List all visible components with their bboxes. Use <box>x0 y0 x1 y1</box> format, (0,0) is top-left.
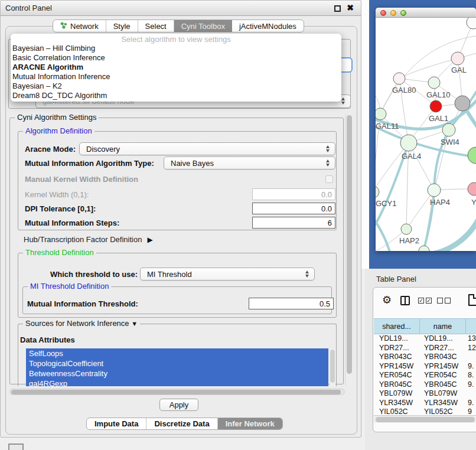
table-row[interactable]: YDR27...YDR27...12 <box>374 344 476 353</box>
columns-icon[interactable] <box>400 296 410 305</box>
node-gal1[interactable] <box>430 100 442 112</box>
control-panel-titlebar[interactable]: Control Panel ✖ <box>1 1 361 16</box>
select-all-columns-icon[interactable]: ✓ ✓ <box>418 298 432 304</box>
table-toolbar: ⚙ ✓ ✓ <box>373 288 476 317</box>
table-row[interactable]: YLR345WYLR345W9. <box>374 399 476 408</box>
node-label: GAL10 <box>426 90 450 99</box>
node-label: HAP2 <box>399 236 419 245</box>
tab-style[interactable]: Style <box>106 20 138 32</box>
sources-expander[interactable]: Sources for Network Inference ▼ <box>23 319 140 328</box>
node-gal80[interactable] <box>393 73 405 84</box>
bottom-tabbar: Impute Data Discretize Data Infer Networ… <box>86 418 283 430</box>
tab-infer-network[interactable]: Infer Network <box>218 418 282 429</box>
list-item[interactable]: SelfLoops <box>26 348 328 358</box>
which-threshold-combobox[interactable]: MI Threshold <box>140 268 315 281</box>
tab-select[interactable]: Select <box>138 20 174 32</box>
table-panel-title: Table Panel <box>376 275 416 283</box>
minimize-traffic-light-icon[interactable] <box>390 10 396 16</box>
network-window-titlebar[interactable] <box>376 8 476 18</box>
screen: Control Panel ✖ Network Style <box>0 0 476 450</box>
mi-type-value: Naive Bayes <box>171 159 214 168</box>
tab-discretize-data[interactable]: Discretize Data <box>146 418 217 429</box>
gear-icon[interactable]: ⚙ <box>382 294 392 306</box>
dpi-tolerance-field[interactable]: 0.0 <box>252 203 335 214</box>
node-label: GCY1 <box>376 199 396 208</box>
network-graph-icon <box>60 22 67 31</box>
table-horizontal-scrollbar[interactable] <box>374 415 476 423</box>
float-window-icon[interactable] <box>334 5 341 12</box>
mi-steps-label: Mutual Information Steps: <box>25 219 119 227</box>
table-body: YDL19...YDL19...13 YDR27...YDR27...12 YB… <box>374 334 476 415</box>
panel-gap <box>361 0 369 269</box>
minimized-panel-icon[interactable] <box>8 444 24 450</box>
zoom-traffic-light-icon[interactable] <box>400 10 406 16</box>
node-y[interactable] <box>468 182 476 195</box>
close-icon[interactable]: ✖ <box>347 3 354 12</box>
column-header[interactable]: name <box>420 318 466 334</box>
table-row[interactable]: YDL19...YDL19...13 <box>374 334 476 344</box>
node-gcy1[interactable] <box>376 186 379 198</box>
settings-horizontal-scrollbar[interactable] <box>9 389 345 395</box>
dropdown-item[interactable]: Bayesian – Hill Climbing <box>12 44 95 53</box>
node-gal11[interactable] <box>376 108 386 120</box>
node-label: GAL <box>451 66 467 74</box>
dropdown-item[interactable]: Mutual Information Inference <box>12 72 110 81</box>
mi-threshold-field[interactable]: 0.5 <box>249 298 334 309</box>
group-title: Threshold Definition <box>23 248 96 257</box>
dropdown-item-selected[interactable]: ARACNE Algorithm <box>12 63 83 71</box>
apply-button[interactable]: Apply <box>159 399 198 411</box>
combo-stepper-icon <box>326 159 330 167</box>
dropdown-item[interactable]: Bayesian – K2 <box>12 81 62 90</box>
close-traffic-light-icon[interactable] <box>380 10 386 16</box>
node-gal10[interactable] <box>428 77 440 89</box>
node-gray[interactable] <box>455 96 470 111</box>
mi-type-combobox[interactable]: Naive Bayes <box>164 156 335 169</box>
hub-definition-label: Hub/Transcription Factor Definition <box>24 235 142 244</box>
list-item[interactable]: TopologicalCoefficient <box>26 358 328 369</box>
new-table-icon[interactable] <box>468 294 476 306</box>
tab-network[interactable]: Network <box>53 20 106 32</box>
dropdown-item[interactable]: Dream8 DC_TDC Algorithm <box>12 91 107 100</box>
deselect-all-columns-icon[interactable] <box>437 298 451 304</box>
table-row[interactable]: YPR145WYPR145W9. <box>374 362 476 371</box>
mi-steps-field[interactable]: 6 <box>252 217 335 229</box>
manual-kernel-checkbox[interactable] <box>325 175 333 183</box>
column-header[interactable] <box>466 318 476 334</box>
panel-title: Control Panel <box>5 4 52 12</box>
chevron-down-icon: ▼ <box>131 320 138 327</box>
node-label: SWI4 <box>441 138 459 146</box>
node-label: GAL4 <box>402 152 421 161</box>
table-row[interactable]: YER054CYER054C8. <box>374 371 476 380</box>
node-hap2[interactable] <box>401 224 412 234</box>
list-item[interactable]: BetweennessCentrality <box>26 369 328 379</box>
table-row[interactable]: YIL052CYIL052C9 <box>374 407 476 415</box>
aracne-mode-label: Aracne Mode: <box>25 145 76 154</box>
network-view-window[interactable]: GAL GAL80 GAL10 GAL1 GAL11 SWI4 GAL4 GCY… <box>376 8 476 251</box>
settings-vertical-scrollbar[interactable] <box>345 113 353 386</box>
list-item[interactable]: gal4RGexp <box>26 379 328 386</box>
column-header[interactable]: shared... <box>374 318 420 334</box>
group-title: Cyni Algorithm Settings <box>15 113 99 122</box>
node-gal[interactable] <box>451 52 464 65</box>
node-gal4[interactable] <box>400 135 417 151</box>
tab-cyni-toolbox[interactable]: Cyni Toolbox <box>174 20 232 32</box>
list-scrollbar[interactable] <box>330 348 335 386</box>
node-swi4[interactable] <box>442 123 455 136</box>
network-canvas[interactable]: GAL GAL80 GAL10 GAL1 GAL11 SWI4 GAL4 GCY… <box>376 18 476 251</box>
dropdown-item[interactable]: Basic Correlation Inference <box>12 53 105 62</box>
kernel-width-field[interactable]: 0.0 <box>252 188 335 200</box>
node-green[interactable] <box>468 147 476 164</box>
tab-jactivemnodules[interactable]: jActiveMNodules <box>232 20 304 32</box>
node[interactable] <box>467 18 476 29</box>
tab-impute-data[interactable]: Impute Data <box>87 418 146 429</box>
table-row[interactable]: YBR043CYBR043C <box>374 353 476 362</box>
group-title: Algorithm Definition <box>23 126 94 135</box>
aracne-mode-combobox[interactable]: Discovery <box>79 142 335 155</box>
node-hap4[interactable] <box>428 184 441 197</box>
hub-definition-expander[interactable]: Hub/Transcription Factor Definition ▶ <box>24 235 153 244</box>
table-row[interactable]: YBR045CYBR045C9. <box>374 380 476 390</box>
control-panel-tabbar: Network Style Select Cyni Toolbox jActiv… <box>53 19 304 32</box>
table-row[interactable]: YBL079WYBL079W <box>374 389 476 399</box>
table-header-row: shared... name <box>374 318 476 334</box>
node[interactable] <box>419 246 429 251</box>
